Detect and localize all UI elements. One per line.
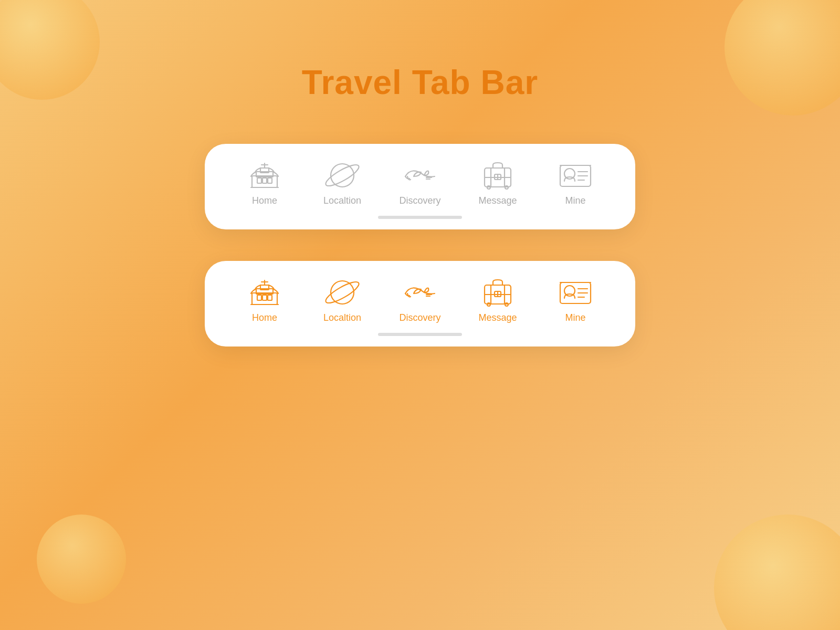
tab-label-discovery-inactive: Discovery bbox=[399, 195, 440, 206]
svg-point-37 bbox=[331, 281, 354, 304]
inactive-tab-bar: Home Localtion bbox=[205, 144, 635, 229]
svg-point-10 bbox=[323, 161, 361, 189]
svg-point-9 bbox=[331, 164, 354, 187]
tab-item-home-active[interactable]: Home bbox=[238, 277, 291, 323]
svg-rect-6 bbox=[262, 178, 267, 183]
svg-rect-5 bbox=[257, 178, 261, 183]
tab-item-message-inactive[interactable]: Message bbox=[471, 160, 524, 206]
tab-item-mine-inactive[interactable]: Mine bbox=[549, 160, 602, 206]
decorative-circle-bottomleft bbox=[37, 514, 126, 604]
decorative-circle-bottomright bbox=[714, 514, 840, 630]
svg-rect-34 bbox=[262, 295, 267, 300]
active-tab-items: Home Localtion bbox=[226, 277, 614, 323]
planet-icon-active bbox=[324, 277, 361, 308]
tab-item-discovery-inactive[interactable]: Discovery bbox=[394, 160, 446, 206]
temple-icon bbox=[246, 160, 283, 191]
active-tab-bar: Home Localtion bbox=[205, 261, 635, 346]
tab-label-home-inactive: Home bbox=[252, 195, 277, 206]
page-title: Travel Tab Bar bbox=[0, 63, 840, 102]
planet-icon-inactive bbox=[324, 160, 361, 191]
tab-label-message-active: Message bbox=[478, 312, 517, 323]
svg-point-38 bbox=[323, 278, 361, 306]
profile-icon-inactive bbox=[557, 160, 594, 191]
svg-rect-7 bbox=[268, 178, 272, 183]
tab-label-home-active: Home bbox=[252, 312, 277, 323]
tab-item-home-inactive[interactable]: Home bbox=[238, 160, 291, 206]
svg-rect-35 bbox=[268, 295, 272, 300]
tab-label-mine-inactive: Mine bbox=[565, 195, 585, 206]
tab-label-mine-active: Mine bbox=[565, 312, 585, 323]
airplane-icon-active bbox=[402, 277, 438, 308]
svg-rect-33 bbox=[257, 295, 261, 300]
tab-item-discovery-active[interactable]: Discovery bbox=[394, 277, 446, 323]
tab-item-mine-active[interactable]: Mine bbox=[549, 277, 602, 323]
tab-indicator-inactive bbox=[378, 216, 462, 219]
tab-label-message-inactive: Message bbox=[478, 195, 517, 206]
tab-item-message-active[interactable]: Message bbox=[471, 277, 524, 323]
tab-label-discovery-active: Discovery bbox=[399, 312, 440, 323]
tab-bars-wrapper: Home Localtion bbox=[0, 144, 840, 346]
inactive-tab-items: Home Localtion bbox=[226, 160, 614, 206]
temple-icon-active bbox=[246, 277, 283, 308]
tab-item-location-active[interactable]: Localtion bbox=[316, 277, 369, 323]
luggage-icon-active bbox=[479, 277, 516, 308]
tab-label-location-active: Localtion bbox=[323, 312, 361, 323]
tab-indicator-active bbox=[378, 333, 462, 336]
tab-label-location-inactive: Localtion bbox=[323, 195, 361, 206]
airplane-icon-inactive bbox=[402, 160, 438, 191]
luggage-icon-inactive bbox=[479, 160, 516, 191]
tab-item-location-inactive[interactable]: Localtion bbox=[316, 160, 369, 206]
profile-icon-active bbox=[557, 277, 594, 308]
